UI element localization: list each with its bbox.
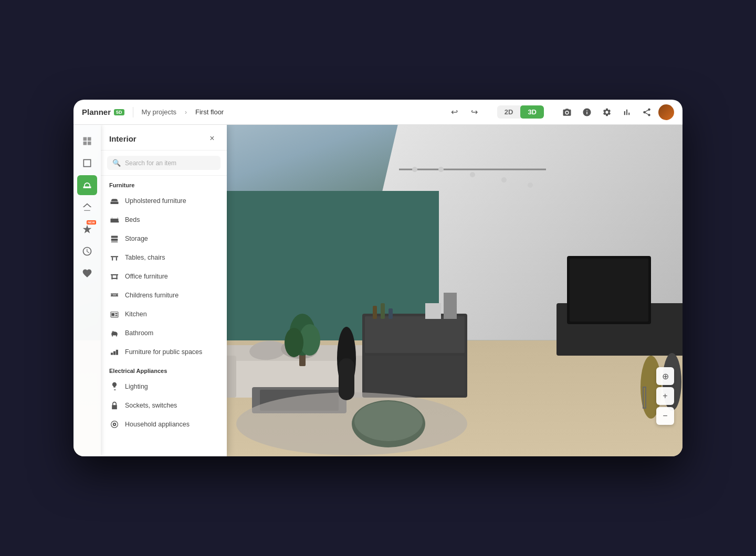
menu-item-kitchen[interactable]: Kitchen — [101, 305, 227, 324]
menu-item-storage[interactable]: Storage — [101, 229, 227, 248]
walls-icon — [82, 158, 92, 168]
menu-item-public[interactable]: Furniture for public spaces — [101, 343, 227, 361]
svg-rect-57 — [111, 334, 117, 336]
svg-rect-59 — [116, 335, 117, 336]
upholstered-icon — [109, 196, 120, 206]
svg-rect-48 — [111, 294, 118, 295]
office-icon — [109, 271, 120, 282]
menu-item-tables[interactable]: Tables, chairs — [101, 248, 227, 267]
sidebar-favorites-button[interactable] — [77, 263, 97, 283]
compass-button[interactable]: ⊕ — [656, 367, 674, 385]
right-controls: ⊕ + − — [656, 367, 674, 425]
furniture-icon — [82, 180, 92, 190]
menu-item-sockets[interactable]: Sockets, switches — [101, 396, 227, 415]
info-button[interactable] — [579, 104, 595, 121]
svg-point-66 — [114, 424, 115, 425]
office-label: Office furniture — [125, 273, 168, 280]
nav-separator — [133, 107, 133, 117]
toolbar-icons — [559, 104, 674, 121]
svg-rect-55 — [115, 315, 117, 316]
camera-icon — [562, 108, 572, 117]
bathroom-label: Bathroom — [125, 329, 153, 337]
clock-icon — [82, 246, 92, 256]
tables-label: Tables, chairs — [125, 254, 165, 261]
camera-button[interactable] — [559, 104, 575, 121]
menu-item-childrens[interactable]: Childrens furniture — [101, 286, 227, 305]
top-bar: Planner 5D My projects › First floor ↩ ↪… — [74, 100, 682, 125]
beds-label: Beds — [125, 216, 140, 223]
sidebar-materials-button[interactable] — [77, 197, 97, 217]
menu-item-bathroom[interactable]: Bathroom — [101, 324, 227, 343]
stats-button[interactable] — [618, 104, 635, 121]
bathroom-icon — [109, 328, 120, 338]
menu-item-appliances[interactable]: Household appliances — [101, 415, 227, 434]
panel-content: Furniture Upholstered furniture Beds — [101, 176, 227, 456]
avatar[interactable] — [658, 104, 674, 120]
menu-item-lighting[interactable]: Lighting — [101, 377, 227, 396]
view-toggle: 2D 3D — [497, 105, 544, 119]
new-items-icon — [82, 224, 92, 234]
kitchen-icon — [109, 309, 120, 319]
share-button[interactable] — [638, 104, 655, 121]
view-3d-button[interactable]: 3D — [520, 105, 544, 119]
sidebar-clock-button[interactable] — [77, 241, 97, 261]
svg-rect-53 — [111, 313, 114, 316]
project-name: First floor — [195, 108, 224, 116]
svg-rect-41 — [111, 256, 118, 257]
public-spaces-label: Furniture for public spaces — [125, 348, 202, 356]
panel-title: Interior — [109, 134, 136, 143]
panel-header: Interior × — [101, 125, 227, 151]
svg-rect-47 — [111, 278, 117, 279]
tables-icon — [109, 252, 120, 263]
settings-button[interactable] — [598, 104, 615, 121]
logo-area: Planner 5D — [82, 108, 124, 116]
search-box: 🔍 — [101, 151, 227, 176]
zoom-out-button[interactable]: − — [656, 407, 674, 425]
my-projects-link[interactable]: My projects — [142, 108, 176, 116]
gear-icon — [602, 108, 612, 117]
menu-item-office[interactable]: Office furniture — [101, 267, 227, 286]
svg-rect-50 — [111, 295, 112, 295]
sidebar-floor-plan-button[interactable] — [77, 131, 97, 151]
materials-icon — [82, 202, 92, 212]
view-2d-button[interactable]: 2D — [497, 105, 521, 119]
svg-rect-54 — [115, 313, 117, 314]
svg-rect-61 — [111, 352, 113, 355]
sockets-label: Sockets, switches — [125, 402, 177, 409]
heart-icon — [82, 268, 92, 279]
sidebar-furniture-button[interactable] — [77, 175, 97, 195]
appliances-label: Household appliances — [125, 421, 190, 428]
new-badge: NEW — [87, 220, 96, 224]
storage-icon — [109, 233, 120, 244]
childrens-icon — [109, 290, 120, 301]
lighting-label: Lighting — [125, 383, 148, 390]
menu-item-upholstered[interactable]: Upholstered furniture — [101, 191, 227, 210]
redo-button[interactable]: ↪ — [467, 104, 482, 120]
electrical-category-label: Electrical Appliances — [101, 361, 227, 377]
beds-icon — [109, 215, 120, 225]
svg-rect-51 — [117, 295, 118, 295]
svg-rect-58 — [112, 335, 113, 336]
sockets-icon — [109, 400, 120, 411]
undo-redo-group: ↩ ↪ — [447, 104, 482, 120]
svg-rect-38 — [111, 236, 118, 238]
breadcrumb-arrow: › — [185, 109, 187, 116]
panel-close-button[interactable]: × — [206, 132, 218, 145]
svg-rect-40 — [111, 242, 118, 242]
info-icon — [582, 108, 592, 117]
lighting-icon — [109, 381, 120, 392]
sidebar-new-button[interactable]: NEW — [77, 219, 97, 239]
menu-item-beds[interactable]: Beds — [101, 210, 227, 229]
kitchen-label: Kitchen — [125, 311, 147, 318]
furniture-category-label: Furniture — [101, 176, 227, 191]
appliances-icon — [109, 419, 120, 430]
chart-icon — [622, 108, 632, 117]
search-input[interactable] — [125, 159, 215, 167]
undo-button[interactable]: ↩ — [447, 104, 463, 120]
public-icon — [109, 347, 120, 357]
zoom-in-button[interactable]: + — [656, 387, 674, 405]
svg-rect-44 — [111, 274, 118, 275]
sidebar-walls-button[interactable] — [77, 153, 97, 173]
logo-text: Planner — [82, 108, 111, 116]
logo-badge: 5D — [114, 109, 124, 115]
